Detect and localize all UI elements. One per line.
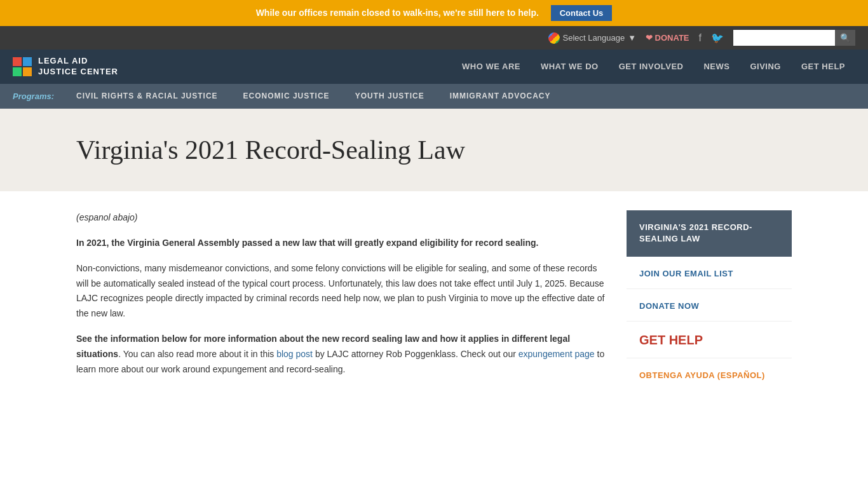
programs-label: Programs: — [13, 84, 54, 109]
contact-us-button[interactable]: Contact Us — [551, 5, 613, 21]
intro-paragraph: In 2021, the Virginia General Assembly p… — [76, 236, 607, 251]
sidebar-donate-now[interactable]: DONATE NOW — [627, 290, 792, 322]
language-label: Select Language — [563, 33, 625, 43]
nav-news[interactable]: NEWS — [693, 50, 740, 83]
facebook-link[interactable]: f — [699, 32, 702, 44]
nav-who-we-are[interactable]: WHO WE ARE — [452, 50, 531, 83]
twitter-link[interactable]: 🐦 — [711, 32, 724, 44]
announcement-text: While our offices remain closed to walk-… — [256, 8, 539, 18]
utility-bar: Select Language ▼ ❤ DONATE f 🐦 🔍 — [0, 26, 868, 50]
programs-bar: Programs: CIVIL RIGHTS & RACIAL JUSTICE … — [0, 84, 868, 109]
nav-giving[interactable]: GIVING — [740, 50, 791, 83]
main-content: (espanol abajo) In 2021, the Virginia Ge… — [76, 210, 607, 390]
sidebar-active-item: VIRGINIA'S 2021 RECORD-SEALING LAW — [627, 210, 792, 256]
espanol-note: (espanol abajo) — [76, 210, 607, 226]
search-button[interactable]: 🔍 — [835, 30, 855, 46]
logo-text: LEGAL AID JUSTICE CENTER — [38, 56, 118, 78]
page-title: Virginia's 2021 Record-Sealing Law — [76, 134, 792, 166]
blog-post-link[interactable]: blog post — [276, 349, 313, 359]
nav-get-help[interactable]: GET HELP — [791, 50, 855, 83]
announcement-bar: While our offices remain closed to walk-… — [0, 0, 868, 26]
sidebar-espanol[interactable]: OBTENGA AYUDA (ESPAÑOL) — [627, 360, 792, 390]
para2-middle: by LAJC attorney Rob Poggenklass. Check … — [313, 349, 519, 359]
sidebar-active-label: VIRGINIA'S 2021 RECORD-SEALING LAW — [639, 222, 752, 243]
search-input[interactable] — [733, 30, 835, 45]
logo[interactable]: LEGAL AID JUSTICE CENTER — [13, 50, 118, 84]
program-civil-rights[interactable]: CIVIL RIGHTS & RACIAL JUSTICE — [64, 84, 231, 108]
sidebar-espanol-label: OBTENGA AYUDA (ESPAÑOL) — [639, 370, 765, 380]
nav-what-we-do[interactable]: WHAT WE DO — [531, 50, 609, 83]
nav-links: WHO WE ARE WHAT WE DO GET INVOLVED NEWS … — [452, 50, 855, 83]
main-nav: LEGAL AID JUSTICE CENTER WHO WE ARE WHAT… — [0, 50, 868, 84]
program-immigrant-advocacy[interactable]: IMMIGRANT ADVOCACY — [437, 84, 564, 108]
sidebar-join-email-label: JOIN OUR EMAIL LIST — [639, 269, 733, 278]
program-economic-justice[interactable]: ECONOMIC JUSTICE — [231, 84, 342, 108]
donate-button[interactable]: ❤ DONATE — [646, 33, 689, 43]
sidebar-join-email[interactable]: JOIN OUR EMAIL LIST — [627, 258, 792, 289]
language-arrow: ▼ — [628, 33, 636, 43]
logo-icon — [13, 57, 32, 76]
body-paragraph-2: See the information below for more infor… — [76, 332, 607, 377]
google-icon — [548, 32, 560, 44]
body-paragraph-1: Non-convictions, many misdemeanor convic… — [76, 261, 607, 322]
sidebar: VIRGINIA'S 2021 RECORD-SEALING LAW JOIN … — [627, 210, 792, 390]
expungement-link[interactable]: expungement page — [519, 349, 595, 359]
sidebar-get-help[interactable]: GET HELP — [627, 323, 792, 358]
program-youth-justice[interactable]: YOUTH JUSTICE — [342, 84, 437, 108]
language-selector[interactable]: Select Language ▼ — [548, 32, 636, 44]
content-wrapper: (espanol abajo) In 2021, the Virginia Ge… — [0, 191, 868, 409]
nav-get-involved[interactable]: GET INVOLVED — [609, 50, 694, 83]
sidebar-donate-now-label: DONATE NOW — [639, 301, 699, 311]
para2-before: . You can also read more about it in thi… — [118, 349, 276, 359]
bold-intro: In 2021, the Virginia General Assembly p… — [76, 238, 538, 248]
search-bar: 🔍 — [733, 30, 855, 46]
page-title-area: Virginia's 2021 Record-Sealing Law — [0, 109, 868, 191]
sidebar-get-help-label: GET HELP — [639, 333, 703, 347]
